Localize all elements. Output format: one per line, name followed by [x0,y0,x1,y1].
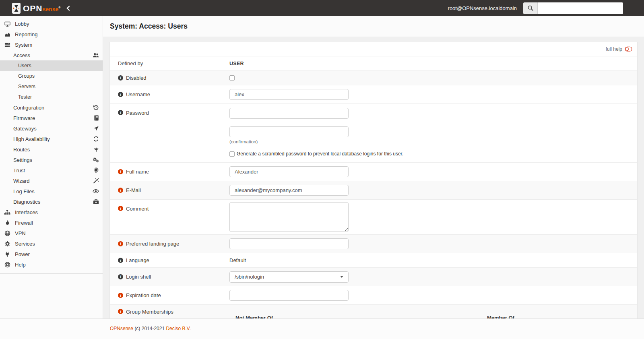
sidebar-item-firewall[interactable]: Firewall [0,217,103,228]
comment-textarea[interactable] [229,202,349,232]
sidebar-item-interfaces[interactable]: Interfaces [0,207,103,217]
history-icon [93,105,99,111]
sidebar-item-system[interactable]: System [0,39,103,50]
sidebar-item-tester[interactable]: Tester [0,92,103,102]
toggle-off-icon[interactable] [625,46,632,52]
sidebar-item-label: Access [13,52,30,58]
main-area: System: Access: Users full help Defined … [103,16,644,318]
sidebar-item-label: Users [18,63,31,68]
medkit-icon [93,199,99,205]
sidebar-item-log-files[interactable]: Log Files [0,186,103,196]
form-row-language: iLanguage Default [110,253,637,268]
refresh-icon [93,136,99,142]
email-input[interactable] [229,185,349,196]
login-shell-select[interactable]: /sbin/nologin [229,271,349,283]
sidebar-item-firmware[interactable]: Firmware [0,113,103,123]
sidebar-item-trust[interactable]: Trust [0,165,103,176]
defined-by-value: USER [229,61,244,66]
scramble-password-option: Generate a scrambled password to prevent… [229,151,403,157]
sidebar-item-reporting[interactable]: Reporting [0,29,103,39]
footer-deciso-link[interactable]: Deciso B.V. [166,326,191,331]
disabled-checkbox[interactable] [229,75,235,81]
sidebar-item-label: Groups [18,73,35,79]
form-row-login-shell: iLogin shell /sbin/nologin [110,268,637,286]
sidebar-item-label: Reporting [15,31,37,37]
sidebar-item-diagnostics[interactable]: Diagnostics [0,196,103,207]
eye-icon [93,189,99,194]
users-icon [93,52,99,58]
sidebar-item-label: Gateways [13,126,37,132]
sidebar-item-servers[interactable]: Servers [0,81,103,92]
sidebar-item-label: Firewall [15,220,33,226]
sidebar-item-configuration[interactable]: Configuration [0,102,103,113]
content-area: full help Defined by USER iDisabled [103,37,644,318]
sidebar-item-label: Settings [13,157,32,163]
full-help-label[interactable]: full help [606,46,622,52]
expiration-date-input[interactable] [229,290,349,301]
info-icon: i [118,75,123,81]
desktop-icon [4,21,10,27]
sidebar-item-label: Trust [13,167,25,174]
life-ring-icon [4,262,10,268]
area-chart-icon [4,31,10,37]
sidebar-item-label: High Availability [13,136,50,142]
search-icon[interactable] [523,2,538,14]
search-input[interactable] [538,2,623,14]
sidebar-item-label: Routes [13,147,30,153]
field-label: Disabled [126,75,147,81]
sidebar-item-services[interactable]: Services [0,238,103,249]
info-icon: i [118,258,123,263]
landing-page-input[interactable] [229,238,349,249]
sidebar-item-routes[interactable]: Routes [0,144,103,155]
footer: OPNsense (c) 2014-2021 Deciso B.V. [0,318,644,339]
magic-wand-icon [93,178,99,184]
confirmation-label: (confirmation) [229,139,258,144]
not-member-of-header: Not Member Of [235,315,273,318]
global-search [523,2,623,14]
password-input[interactable] [229,108,349,119]
globe-icon [4,230,10,236]
sidebar-item-groups[interactable]: Groups [0,71,103,81]
form-row-disabled: iDisabled [110,71,637,85]
registered-mark: ® [58,6,60,9]
sidebar-item-lobby[interactable]: Lobby [0,19,103,29]
sidebar-item-settings[interactable]: Settings [0,155,103,165]
sidebar-item-gateways[interactable]: Gateways [0,123,103,134]
location-arrow-icon [93,126,99,131]
sidebar-item-help[interactable]: Help [0,259,103,270]
field-label: Full name [126,169,149,175]
field-label: Password [126,110,149,116]
sidebar-item-power[interactable]: Power [0,249,103,259]
footer-opnsense-link[interactable]: OPNsense [110,326,133,331]
chevron-down-icon [340,276,343,278]
sidebar-item-label: System [15,42,32,48]
info-icon: i [118,309,123,314]
sidebar-divider [0,273,103,274]
field-label: Comment [126,206,149,212]
opnsense-logo[interactable]: OPNsense® [0,3,103,14]
sitemap-icon [4,209,10,215]
full-name-input[interactable] [229,166,349,177]
info-icon: i [118,206,123,211]
sidebar-item-users[interactable]: Users [0,60,103,71]
fire-icon [4,220,10,226]
book-icon [94,115,99,121]
page-header: System: Access: Users [103,16,644,37]
field-label: E-Mail [126,187,141,193]
sidebar-item-label: Configuration [13,105,44,111]
sidebar-nav: LobbyReportingSystemAccessUsersGroupsSer… [0,19,103,270]
sidebar-item-label: Power [15,251,30,257]
password-confirm-input[interactable] [229,126,349,137]
sidebar-item-vpn[interactable]: VPN [0,228,103,238]
sidebar-item-access[interactable]: Access [0,50,103,60]
scramble-password-checkbox[interactable] [229,151,235,157]
sidebar-item-high-availability[interactable]: High Availability [0,134,103,144]
form-row-landing-page: iPreferred landing page [110,235,637,253]
info-icon: i [118,293,123,298]
language-value: Default [229,257,246,263]
username-input[interactable] [229,89,349,100]
sidebar: LobbyReportingSystemAccessUsersGroupsSer… [0,16,103,318]
sidebar-collapse-chevron-icon[interactable] [66,6,70,11]
sidebar-item-wizard[interactable]: Wizard [0,176,103,186]
login-shell-value: /sbin/nologin [235,274,264,280]
